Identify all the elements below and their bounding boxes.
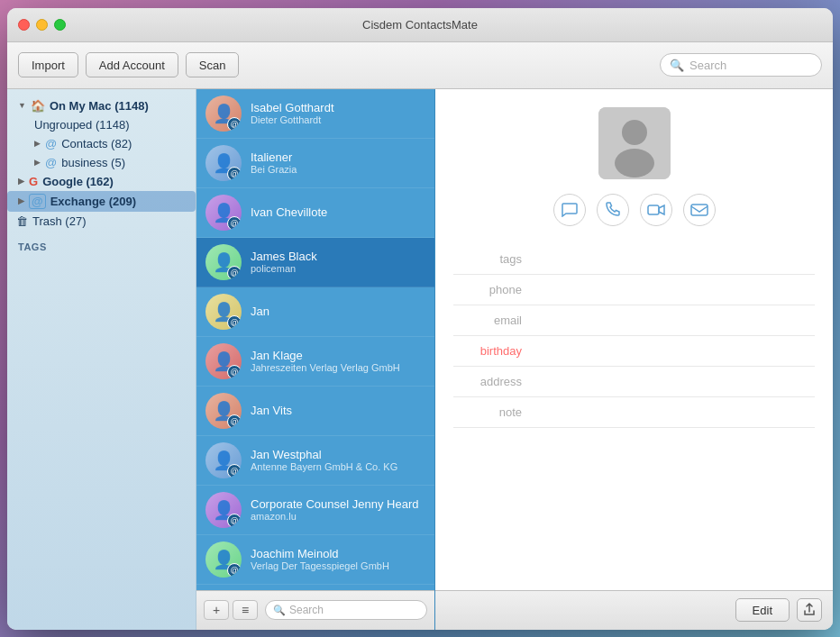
chevron-right-icon-4: ▶ [18, 196, 24, 205]
field-tags: tags [453, 244, 815, 275]
maximize-button[interactable] [54, 19, 66, 31]
contact-list-container: 👤 @ Isabel Gotthardt Dieter Gotthardt 👤 … [196, 89, 435, 630]
sidebar-item-exchange[interactable]: ▶ @ Exchange (209) [7, 191, 196, 212]
sidebar-label-business: business (5) [61, 156, 125, 169]
contact-name-james: James Black [251, 250, 425, 263]
home-icon: 🏠 [31, 99, 45, 113]
contact-sub-jan-klage: Jahreszeiten Verlag Verlag GmbH [251, 362, 425, 373]
detail-scroll: tags phone email birthday [435, 89, 833, 590]
menu-button[interactable]: ≡ [233, 600, 258, 620]
contact-item-joachim-meinold[interactable]: 👤 @ Joachim Meinold Verlag Der Tagesspie… [196, 535, 434, 585]
toolbar: Import Add Account Scan 🔍 Search [7, 42, 833, 89]
contact-sub-jan-westphal: Antenne Bayern GmbH & Co. KG [251, 461, 425, 472]
at-badge-2: @ [227, 167, 242, 181]
contact-name-jan: Jan [251, 305, 425, 318]
minimize-button[interactable] [36, 19, 48, 31]
contact-avatar-jan-vits: 👤 @ [205, 393, 242, 429]
at-badge-4: @ [227, 266, 242, 280]
field-note: note [453, 397, 815, 428]
contact-info-isabel: Isabel Gotthardt Dieter Gotthardt [251, 101, 425, 125]
svg-point-2 [615, 149, 654, 177]
contact-info-jan-vits: Jan Vits [251, 404, 425, 417]
svg-rect-3 [648, 205, 659, 214]
add-contact-button[interactable]: + [204, 600, 229, 620]
contact-item-italiener[interactable]: 👤 @ Italiener Bei Grazia [196, 139, 434, 188]
video-button[interactable] [640, 194, 672, 226]
contact-search-bar[interactable]: 🔍 Search [265, 600, 427, 620]
detail-avatar [598, 107, 671, 179]
contact-item-jan-westphal[interactable]: 👤 @ Jan Westphal Antenne Bayern GmbH & C… [196, 436, 434, 486]
video-icon [647, 204, 665, 216]
add-account-button[interactable]: Add Account [86, 52, 178, 77]
at-badge-6: @ [227, 365, 242, 379]
phone-button[interactable] [597, 194, 629, 226]
scan-button[interactable]: Scan [186, 52, 240, 77]
contact-name-ivan: Ivan Chevillote [251, 205, 425, 219]
field-birthday: birthday [453, 336, 815, 367]
traffic-lights [18, 19, 66, 31]
sidebar-item-on-my-mac[interactable]: ▼ 🏠 On My Mac (1148) [7, 96, 196, 115]
contact-item-jan-klage[interactable]: 👤 @ Jan Klage Jahreszeiten Verlag Verlag… [196, 337, 434, 387]
contact-sub-jenny: amazon.lu [251, 511, 425, 522]
chevron-down-icon: ▼ [18, 101, 26, 110]
contact-item-isabel[interactable]: 👤 @ Isabel Gotthardt Dieter Gotthardt [196, 89, 434, 139]
sidebar-item-google[interactable]: ▶ G Google (162) [7, 172, 196, 191]
at-icon-2: @ [45, 156, 57, 169]
sidebar-item-business[interactable]: ▶ @ business (5) [7, 153, 196, 172]
search-placeholder: Search [689, 59, 726, 72]
sidebar-label-on-my-mac: On My Mac (1148) [50, 99, 149, 113]
svg-rect-4 [691, 205, 708, 215]
contact-name-jan-klage: Jan Klage [251, 349, 425, 362]
contact-info-italiener: Italiener Bei Grazia [251, 150, 425, 175]
edit-button[interactable]: Edit [735, 598, 790, 622]
import-button[interactable]: Import [18, 52, 78, 77]
detail-avatar-svg [598, 107, 671, 179]
titlebar: Cisdem ContactsMate [7, 8, 833, 42]
sidebar-item-ungrouped[interactable]: Ungrouped (1148) [7, 115, 196, 134]
sidebar-item-contacts[interactable]: ▶ @ Contacts (82) [7, 134, 196, 153]
detail-fields: tags phone email birthday [453, 244, 815, 428]
contact-item-ivan[interactable]: 👤 @ Ivan Chevillote [196, 188, 434, 238]
window-title: Cisdem ContactsMate [362, 18, 478, 32]
svg-point-1 [622, 120, 647, 145]
contact-name-isabel: Isabel Gotthardt [251, 101, 425, 114]
contact-search-placeholder: Search [289, 604, 324, 616]
contact-name-italiener: Italiener [251, 150, 425, 164]
close-button[interactable] [18, 19, 30, 31]
contact-list-scroll: 👤 @ Isabel Gotthardt Dieter Gotthardt 👤 … [196, 89, 434, 590]
contact-avatar-jan-westphal: 👤 @ [205, 442, 242, 478]
contact-item-jan[interactable]: 👤 @ Jan [196, 287, 434, 337]
contact-item-jenny[interactable]: 👤 @ Corporate Counsel Jenny Heard amazon… [196, 486, 434, 535]
sidebar-label-google: Google (162) [42, 175, 114, 188]
contact-info-jan-westphal: Jan Westphal Antenne Bayern GmbH & Co. K… [251, 448, 425, 472]
at-badge: @ [227, 117, 242, 132]
detail-footer: Edit [435, 590, 833, 630]
contact-sub-italiener: Bei Grazia [251, 164, 425, 175]
field-address: address [453, 367, 815, 397]
contact-info-jan: Jan [251, 305, 425, 318]
sidebar-label-trash: Trash (27) [32, 214, 86, 228]
at-badge-3: @ [227, 216, 242, 231]
share-icon [804, 603, 815, 618]
message-icon [562, 203, 578, 217]
contact-search-icon: 🔍 [273, 605, 286, 616]
contact-item-james[interactable]: 👤 @ James Black policeman [196, 238, 434, 287]
contact-name-jan-westphal: Jan Westphal [251, 448, 425, 461]
contact-item-jan-vits[interactable]: 👤 @ Jan Vits [196, 387, 434, 436]
share-button[interactable] [797, 598, 822, 622]
contact-avatar-jan-klage: 👤 @ [205, 343, 242, 379]
email-button[interactable] [683, 194, 716, 226]
field-label-phone: phone [464, 283, 536, 296]
field-label-note: note [464, 405, 536, 419]
field-email: email [453, 305, 815, 336]
contact-avatar-james: 👤 @ [205, 244, 242, 280]
field-phone: phone [453, 275, 815, 305]
sidebar-item-trash[interactable]: 🗑 Trash (27) [7, 212, 196, 231]
contact-sub-james: policeman [251, 263, 425, 274]
search-bar[interactable]: 🔍 Search [660, 53, 822, 77]
message-button[interactable] [553, 194, 586, 226]
field-label-tags: tags [464, 252, 536, 266]
contact-info-ivan: Ivan Chevillote [251, 205, 425, 219]
at-icon: @ [45, 137, 57, 150]
field-label-address: address [464, 375, 536, 388]
